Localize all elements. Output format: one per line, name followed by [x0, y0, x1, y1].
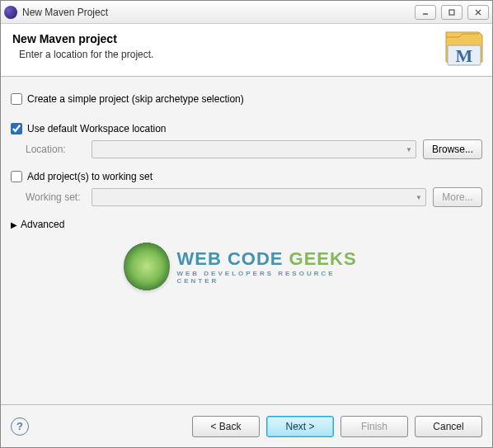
- close-button[interactable]: [467, 5, 489, 20]
- more-button[interactable]: More...: [433, 187, 482, 207]
- back-button[interactable]: < Back: [192, 416, 260, 437]
- watermark-text-b: GEEKS: [289, 248, 357, 269]
- simple-project-checkbox[interactable]: [11, 93, 22, 105]
- minimize-button[interactable]: [415, 5, 436, 20]
- next-button[interactable]: Next >: [266, 416, 334, 437]
- location-row: Location: ▼ Browse...: [26, 139, 482, 159]
- working-set-check-row: Add project(s) to working set: [11, 171, 482, 182]
- simple-project-label: Create a simple project (skip archetype …: [27, 93, 244, 105]
- triangle-right-icon: ▶: [11, 220, 17, 229]
- browse-button[interactable]: Browse...: [423, 139, 482, 159]
- svg-rect-1: [449, 10, 454, 15]
- maven-icon: M: [443, 29, 486, 68]
- default-workspace-label: Use default Workspace location: [27, 123, 167, 134]
- simple-project-row: Create a simple project (skip archetype …: [11, 93, 482, 105]
- add-working-set-checkbox[interactable]: [11, 171, 22, 182]
- eclipse-icon: [4, 6, 17, 19]
- watermark: WEB CODE GEEKS WEB DEVELOPERS RESOURCE C…: [124, 242, 369, 291]
- advanced-expander[interactable]: ▶ Advanced: [11, 219, 482, 230]
- help-icon[interactable]: ?: [11, 417, 29, 436]
- finish-button[interactable]: Finish: [340, 416, 408, 437]
- watermark-logo-icon: [124, 242, 170, 291]
- default-workspace-row: Use default Workspace location: [11, 123, 482, 134]
- maximize-button[interactable]: [441, 5, 462, 20]
- wizard-body: Create a simple project (skip archetype …: [1, 77, 492, 404]
- advanced-label: Advanced: [21, 219, 64, 230]
- svg-text:M: M: [456, 45, 473, 66]
- wizard-footer: ? < Back Next > Finish Cancel: [1, 404, 492, 447]
- watermark-text-a: WEB CODE: [176, 248, 289, 269]
- titlebar: New Maven Project: [1, 1, 492, 24]
- window-title: New Maven Project: [22, 7, 415, 18]
- working-set-combo[interactable]: ▼: [92, 188, 426, 206]
- window-controls: [415, 5, 489, 20]
- location-combo[interactable]: ▼: [92, 140, 416, 158]
- banner-heading: New Maven project: [12, 32, 481, 45]
- wizard-banner: New Maven project Enter a location for t…: [1, 24, 492, 77]
- cancel-button[interactable]: Cancel: [415, 416, 482, 437]
- default-workspace-checkbox[interactable]: [11, 123, 22, 134]
- banner-subheading: Enter a location for the project.: [19, 49, 481, 60]
- chevron-down-icon: ▼: [406, 146, 412, 153]
- add-working-set-label: Add project(s) to working set: [27, 171, 153, 182]
- working-set-row: Working set: ▼ More...: [26, 187, 482, 207]
- chevron-down-icon: ▼: [416, 194, 422, 201]
- location-label: Location:: [26, 144, 85, 155]
- watermark-subtext: WEB DEVELOPERS RESOURCE CENTER: [176, 270, 369, 285]
- working-set-label: Working set:: [26, 191, 85, 203]
